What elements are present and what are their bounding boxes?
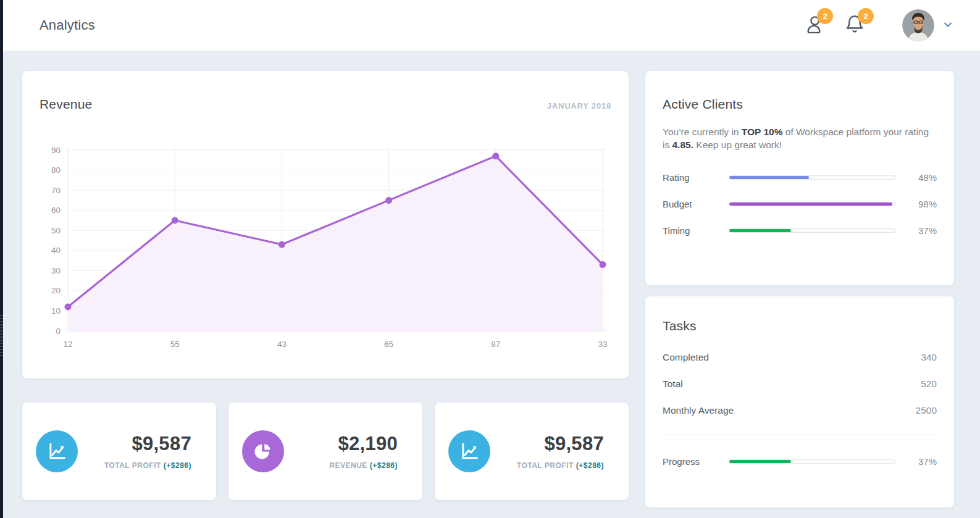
svg-text:40: 40	[51, 246, 61, 255]
svg-text:55: 55	[170, 340, 180, 349]
svg-text:90: 90	[51, 146, 61, 155]
stat-delta: (+$286)	[576, 461, 604, 470]
task-value: 2500	[916, 405, 937, 416]
pie-chart-icon	[242, 430, 284, 472]
stat-value: $9,587	[490, 433, 604, 455]
chevron-down-icon	[943, 20, 953, 31]
metric-label: Timing	[663, 225, 729, 236]
metric-progressbar	[729, 175, 896, 180]
svg-text:30: 30	[51, 266, 61, 275]
metric-row-rating: Rating48%	[663, 172, 937, 183]
tasks-card: Tasks Completed340Total520Monthly Averag…	[645, 296, 954, 508]
task-rows: Completed340Total520Monthly Average2500	[663, 352, 937, 416]
metric-percent: 37%	[896, 225, 937, 236]
metric-progress-fill	[729, 229, 791, 232]
line-chart-icon	[448, 430, 490, 472]
svg-text:60: 60	[51, 206, 61, 215]
revenue-chart[interactable]: 0102030405060708090125543658733	[40, 143, 611, 351]
svg-text:12: 12	[63, 340, 72, 349]
avatar	[902, 9, 934, 41]
svg-text:43: 43	[277, 340, 287, 349]
stat-delta: (+$286)	[370, 461, 398, 470]
metric-row-timing: Timing37%	[663, 225, 937, 236]
svg-text:50: 50	[51, 226, 61, 235]
svg-text:65: 65	[384, 340, 393, 349]
notifications-button[interactable]: 2	[844, 13, 866, 38]
client-metrics: Rating48%Budget98%Timing37%	[663, 172, 937, 236]
task-value: 520	[921, 378, 937, 390]
stat-label: REVENUE(+$286)	[284, 461, 398, 470]
metric-label: Progress	[663, 456, 729, 467]
dashboard-content: Revenue JANUARY 2018 0102030405060708090…	[0, 51, 980, 508]
stat-card-2: $2,190REVENUE(+$286)	[228, 403, 422, 500]
task-value: 340	[921, 352, 937, 363]
svg-text:0: 0	[56, 327, 61, 336]
stat-delta: (+$286)	[164, 461, 191, 470]
metric-progress-fill	[729, 176, 809, 179]
stat-value: $9,587	[78, 433, 191, 455]
sidebar-edge[interactable]	[0, 0, 3, 518]
tasks-progress: Progress37%	[663, 456, 937, 467]
metric-progressbar	[729, 202, 896, 206]
svg-text:33: 33	[598, 340, 607, 349]
metric-percent: 48%	[896, 172, 937, 183]
metric-percent: 98%	[896, 199, 937, 209]
metric-label: Budget	[663, 199, 729, 209]
header-actions: 2 2	[803, 9, 953, 41]
page-title: Analytics	[40, 17, 95, 33]
metric-row-budget: Budget98%	[663, 199, 937, 209]
active-clients-card: Active Clients You’re currently in TOP 1…	[645, 71, 954, 285]
svg-text:87: 87	[491, 340, 500, 349]
revenue-period: JANUARY 2018	[547, 101, 611, 111]
users-button[interactable]: 2	[803, 13, 826, 38]
tasks-title: Tasks	[663, 319, 937, 333]
notifications-badge: 2	[858, 8, 874, 24]
svg-text:20: 20	[51, 286, 61, 295]
line-chart-icon	[36, 430, 78, 472]
app-header: Analytics 2 2	[0, 0, 980, 51]
sidebar-drag-handle[interactable]	[0, 315, 3, 358]
metric-progress-fill	[729, 460, 791, 463]
revenue-card: Revenue JANUARY 2018 0102030405060708090…	[22, 71, 629, 378]
tasks-divider	[663, 435, 937, 435]
metric-progressbar	[729, 459, 896, 464]
stat-label-text: REVENUE	[329, 461, 367, 470]
stat-cards-row: $9,587TOTAL PROFIT(+$286)$2,190REVENUE(+…	[22, 403, 629, 500]
clients-message: You’re currently in TOP 10% of Workspace…	[663, 125, 934, 151]
metric-percent: 37%	[896, 456, 937, 467]
metric-label: Rating	[663, 172, 729, 183]
stat-text: $2,190REVENUE(+$286)	[284, 433, 408, 470]
task-label: Monthly Average	[663, 405, 734, 416]
revenue-title: Revenue	[40, 97, 92, 112]
user-menu[interactable]	[902, 9, 953, 41]
stat-card-3: $9,587TOTAL PROFIT(+$286)	[435, 403, 629, 500]
metric-progressbar	[729, 228, 896, 233]
stat-text: $9,587TOTAL PROFIT(+$286)	[490, 433, 614, 470]
task-row-completed: Completed340	[663, 352, 937, 363]
stat-value: $2,190	[284, 433, 398, 455]
task-label: Total	[663, 378, 683, 390]
svg-text:70: 70	[51, 186, 61, 195]
stat-label-text: TOTAL PROFIT	[517, 461, 574, 470]
task-label: Completed	[663, 352, 709, 363]
stat-label: TOTAL PROFIT(+$286)	[490, 461, 604, 470]
task-row-monthly-average: Monthly Average2500	[663, 405, 937, 416]
users-badge: 2	[817, 8, 833, 24]
stat-label-text: TOTAL PROFIT	[104, 461, 161, 470]
active-clients-title: Active Clients	[663, 97, 937, 112]
stat-text: $9,587TOTAL PROFIT(+$286)	[78, 433, 201, 470]
task-row-total: Total520	[663, 378, 937, 390]
svg-text:10: 10	[51, 306, 61, 315]
metric-row-progress: Progress37%	[663, 456, 937, 467]
stat-card-1: $9,587TOTAL PROFIT(+$286)	[22, 403, 216, 500]
stat-label: TOTAL PROFIT(+$286)	[78, 461, 191, 470]
metric-progress-fill	[729, 203, 892, 206]
svg-text:80: 80	[51, 165, 61, 175]
